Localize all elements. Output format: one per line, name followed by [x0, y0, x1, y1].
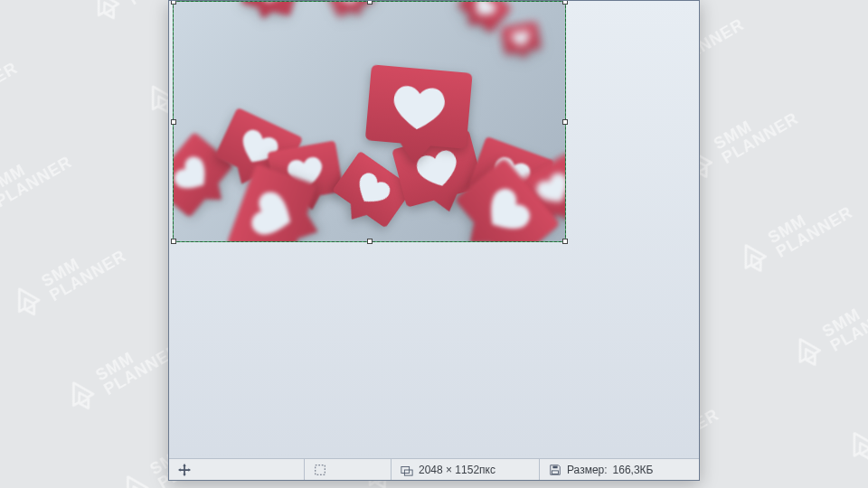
move-cursor-icon: [178, 464, 191, 476]
disk-icon: [549, 464, 561, 476]
selection-icon: [314, 464, 326, 476]
editor-canvas[interactable]: [169, 1, 699, 458]
dimensions-icon: [401, 464, 413, 476]
resize-handle-tl[interactable]: [171, 1, 176, 5]
filesize-label: Размер:: [567, 464, 608, 476]
status-filesize-panel: Размер: 166,3КБ: [540, 459, 699, 480]
resize-handle-bl[interactable]: [171, 239, 176, 244]
image-content: [174, 2, 565, 241]
image-selection[interactable]: [173, 1, 566, 242]
status-bar: 2048 × 1152пкс Размер: 166,3КБ: [169, 458, 699, 480]
resize-handle-tm[interactable]: [367, 1, 373, 5]
status-cursor-panel: [169, 459, 305, 480]
resize-handle-br[interactable]: [562, 239, 568, 244]
filesize-value: 166,3КБ: [613, 464, 654, 476]
status-selection-panel: [305, 459, 392, 480]
svg-rect-4: [552, 465, 557, 468]
resize-handle-ml[interactable]: [171, 119, 176, 125]
resize-handle-bm[interactable]: [367, 239, 373, 244]
svg-rect-3: [552, 470, 559, 474]
svg-rect-0: [316, 465, 326, 474]
editor-window: 2048 × 1152пкс Размер: 166,3КБ: [168, 0, 700, 481]
status-dimensions-panel: 2048 × 1152пкс: [392, 459, 540, 480]
dimensions-text: 2048 × 1152пкс: [419, 464, 495, 476]
resize-handle-tr[interactable]: [562, 1, 568, 5]
resize-handle-mr[interactable]: [562, 119, 568, 125]
